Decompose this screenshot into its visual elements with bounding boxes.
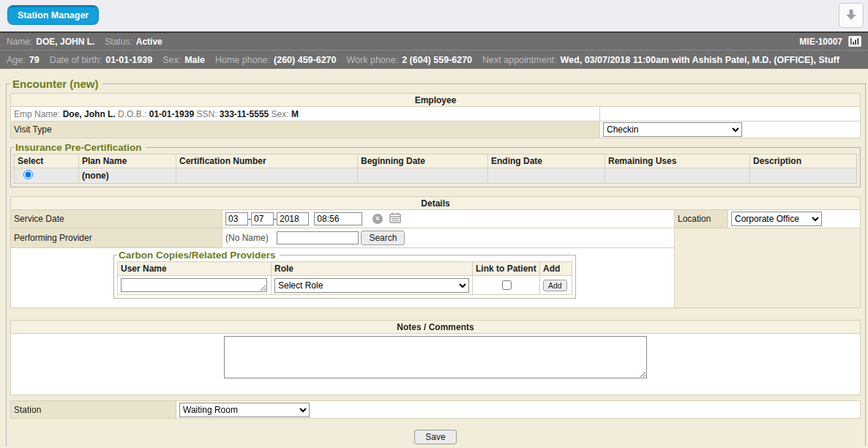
employee-section-title: Employee (11, 94, 861, 107)
next-appt-value: Wed, 03/07/2018 11:00am with Ashish Pate… (561, 55, 839, 65)
next-appt-label: Next appointment: (482, 55, 556, 65)
patient-name: DOE, JOHN L. (36, 37, 94, 47)
insurance-header-row: Select Plan Name Certification Number Be… (15, 154, 857, 168)
calendar-icon[interactable] (389, 215, 401, 225)
insurance-plan-name: (none) (79, 168, 176, 184)
patient-status: Active (136, 37, 162, 47)
col-select: Select (15, 154, 79, 168)
service-date-day-input[interactable] (251, 212, 274, 225)
employee-info-row: Emp Name: Doe, John L. D.O.B.: 01-01-193… (11, 107, 861, 122)
notes-textarea[interactable] (224, 336, 647, 378)
visit-type-label: Visit Type (11, 122, 600, 138)
work-phone-value: 2 (604) 559-6270 (402, 55, 472, 65)
employee-header-row: Employee (11, 94, 861, 107)
visit-type-row: Visit Type Checkin (11, 122, 861, 138)
link-to-patient-cell (473, 276, 540, 295)
col-link-to-patient: Link to Patient (473, 262, 540, 276)
notes-header-row: Notes / Comments (11, 321, 861, 334)
add-cell: Add (540, 276, 572, 295)
carbon-copies-cell: Carbon Copies/Related Providers User Nam… (11, 248, 675, 308)
work-phone-label: Work phone: (347, 55, 399, 65)
status-label: Status: (105, 37, 132, 47)
performing-provider-row: Performing Provider (No Name) Search (11, 228, 861, 248)
emp-dob-value: 01-01-1939 (149, 109, 194, 119)
carbon-copies-legend: Carbon Copies/Related Providers (117, 250, 280, 261)
carbon-copies-header-row: User Name Role Link to Patient Add (118, 262, 572, 276)
carbon-copies-table: User Name Role Link to Patient Add (117, 261, 572, 295)
col-cert-number: Certification Number (176, 154, 358, 168)
details-section: Details Service Date -- × (10, 196, 861, 308)
service-date-year-input[interactable] (277, 212, 309, 225)
user-name-textarea[interactable] (121, 278, 267, 292)
col-description: Description (750, 154, 857, 168)
main-content: Encounter (new) Employee Emp Name: Doe, … (0, 69, 868, 446)
details-section-title: Details (11, 197, 861, 210)
user-name-cell (118, 276, 272, 295)
service-date-label: Service Date (11, 210, 222, 228)
station-cell: Waiting Room (176, 401, 861, 419)
location-select[interactable]: Corporate Office (731, 212, 822, 226)
service-date-month-input[interactable] (225, 212, 248, 225)
performing-provider-cell: (No Name) Search (222, 228, 675, 248)
station-row: Station Waiting Room (11, 401, 861, 419)
col-remaining-uses: Remaining Uses (605, 154, 750, 168)
link-to-patient-checkbox[interactable] (502, 280, 512, 290)
col-beginning-date: Beginning Date (358, 154, 488, 168)
employee-info-cell: Emp Name: Doe, John L. D.O.B.: 01-01-193… (11, 107, 600, 122)
details-right-empty-cell (675, 228, 861, 308)
bar-chart-icon[interactable] (848, 36, 861, 47)
carbon-copies-fieldset: Carbon Copies/Related Providers User Nam… (113, 250, 576, 299)
role-select[interactable]: Select Role (274, 278, 469, 293)
emp-dob-label: D.O.B.: (118, 109, 146, 119)
performing-provider-label: Performing Provider (11, 228, 222, 248)
employee-info-empty-cell (600, 107, 861, 122)
emp-name-value: Doe, John L. (63, 109, 116, 119)
patient-bar: Name: DOE, JOHN L. Status: Active MIE-10… (0, 31, 868, 50)
provider-search-button[interactable]: Search (361, 231, 405, 245)
down-arrow-icon (845, 8, 858, 23)
emp-ssn-label: SSN: (196, 109, 217, 119)
location-cell: Corporate Office (728, 210, 861, 228)
titlebar: Station Manager (0, 0, 868, 31)
station-select[interactable]: Waiting Room (179, 403, 310, 417)
location-label: Location (675, 210, 728, 228)
home-phone-label: Home phone: (215, 55, 270, 65)
col-user-name: User Name (118, 262, 272, 276)
save-button[interactable]: Save (414, 430, 456, 444)
visit-type-cell: Checkin (600, 122, 861, 138)
chart-id: MIE-10007 (799, 37, 842, 47)
emp-sex-value: M (291, 109, 299, 119)
col-ending-date: Ending Date (488, 154, 605, 168)
notes-cell (11, 334, 861, 395)
provider-search-input[interactable] (277, 231, 359, 244)
employee-section: Employee Emp Name: Doe, John L. D.O.B.: … (10, 93, 861, 138)
visit-type-select[interactable]: Checkin (603, 122, 742, 137)
service-date-row: Service Date -- × Location (11, 210, 861, 228)
service-time-input[interactable] (314, 212, 362, 225)
save-area: Save (10, 430, 861, 444)
add-button[interactable]: Add (543, 280, 567, 291)
insurance-none-radio[interactable] (23, 170, 33, 179)
insurance-row-none: (none) (15, 168, 857, 184)
name-label: Name: (7, 37, 32, 47)
collapse-header-button[interactable] (839, 3, 864, 28)
carbon-copies-input-row: Select Role Add (118, 276, 572, 295)
notes-section-title: Notes / Comments (11, 321, 861, 334)
station-manager-button[interactable]: Station Manager (7, 5, 99, 25)
insurance-select-cell (15, 168, 79, 184)
clear-date-icon[interactable]: × (373, 214, 383, 224)
age-label: Age: (7, 55, 26, 65)
emp-ssn-value: 333-11-5555 (220, 109, 269, 119)
col-role: Role (272, 262, 473, 276)
emp-name-label: Emp Name: (14, 109, 60, 119)
encounter-legend: Encounter (new) (10, 78, 102, 90)
sex-label: Sex: (162, 55, 181, 65)
notes-section: Notes / Comments (10, 320, 861, 395)
insurance-precert-table: Select Plan Name Certification Number Be… (14, 154, 857, 184)
home-phone-value: (260) 459-6270 (274, 55, 336, 65)
details-header-row: Details (11, 197, 861, 210)
station-section: Station Waiting Room (10, 400, 861, 419)
dob-label: Date of birth: (50, 55, 102, 65)
dob-value: 01-01-1939 (105, 55, 152, 65)
service-date-cell: -- × (222, 210, 675, 228)
